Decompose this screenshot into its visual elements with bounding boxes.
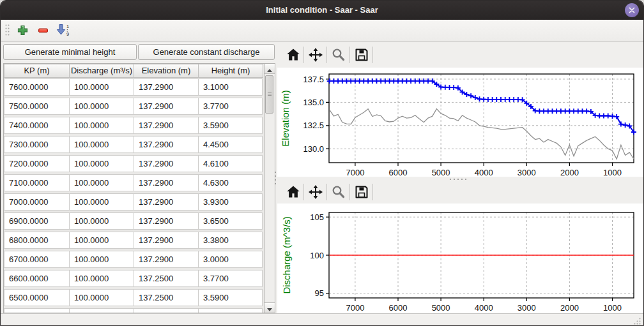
table-cell[interactable] bbox=[198, 308, 263, 313]
zoom-button[interactable] bbox=[330, 47, 347, 64]
resize-grip[interactable] bbox=[634, 318, 641, 325]
home-button[interactable] bbox=[285, 184, 302, 201]
table-cell[interactable]: 7100.0000 bbox=[4, 174, 70, 191]
table-cell[interactable]: 6900.0000 bbox=[4, 212, 70, 230]
table-cell[interactable]: 7200.0000 bbox=[4, 155, 70, 172]
column-header-elevation[interactable]: Elevation (m) bbox=[134, 64, 199, 78]
scroll-up-button[interactable] bbox=[264, 64, 275, 74]
table-row[interactable]: 6700.0000100.0000137.29003.0000 bbox=[4, 250, 264, 269]
table-cell[interactable]: 3.6500 bbox=[198, 212, 263, 230]
save-button[interactable] bbox=[353, 184, 370, 201]
table-cell[interactable]: 7600.0000 bbox=[4, 78, 70, 96]
table-row[interactable]: 6800.0000100.0000137.29003.3800 bbox=[4, 231, 264, 250]
table-cell[interactable]: 100.0000 bbox=[69, 155, 134, 172]
y-tick-label: 105 bbox=[310, 212, 324, 222]
table-row[interactable]: 7200.0000100.0000137.29004.6100 bbox=[4, 154, 264, 174]
table-cell[interactable]: 100.0000 bbox=[69, 136, 134, 153]
table-cell[interactable]: 3.5900 bbox=[198, 289, 263, 306]
table-row[interactable]: 6900.0000100.0000137.29003.6500 bbox=[4, 212, 264, 231]
table-cell[interactable]: 4.6300 bbox=[198, 174, 263, 191]
table-cell[interactable]: 137.2900 bbox=[134, 155, 199, 172]
table-row[interactable]: 7300.0000100.0000137.29004.4500 bbox=[4, 135, 264, 154]
table-cell[interactable]: 3.0000 bbox=[198, 251, 263, 268]
x-tick-label: 1000 bbox=[603, 168, 622, 177]
table-cell[interactable]: 100.0000 bbox=[69, 289, 134, 306]
table-cell[interactable]: 3.3800 bbox=[198, 232, 263, 249]
table-cell[interactable]: 137.2900 bbox=[134, 232, 199, 249]
column-header-discharge[interactable]: Discharge (m³/s) bbox=[69, 64, 134, 78]
table-row[interactable]: 7000.0000100.0000137.29003.9300 bbox=[4, 193, 264, 212]
table-cell[interactable] bbox=[4, 308, 70, 313]
table-cell[interactable]: 100.0000 bbox=[69, 232, 134, 249]
table-cell[interactable]: 3.9300 bbox=[198, 193, 263, 211]
table-cell[interactable]: 137.2900 bbox=[134, 251, 199, 268]
table-row[interactable]: 6600.0000100.0000137.25003.7700 bbox=[4, 269, 264, 288]
toolbar-drag-handle[interactable] bbox=[4, 24, 10, 37]
column-header-kp[interactable]: KP (m) bbox=[4, 64, 70, 78]
table-row[interactable]: 7600.0000100.0000137.29003.1000 bbox=[4, 78, 264, 97]
toolbar-separator bbox=[303, 47, 304, 63]
table-cell[interactable]: 7500.0000 bbox=[4, 98, 70, 115]
column-header-height[interactable]: Height (m) bbox=[198, 64, 263, 78]
table-cell[interactable]: 137.2900 bbox=[134, 78, 199, 96]
table-cell[interactable]: 137.2900 bbox=[134, 174, 199, 191]
table-cell[interactable]: 137.2900 bbox=[134, 98, 199, 115]
table-cell[interactable]: 6600.0000 bbox=[4, 270, 70, 287]
y-tick-label: 135.0 bbox=[303, 98, 324, 107]
table-row[interactable]: 6500.0000100.0000137.25003.5900 bbox=[4, 288, 264, 307]
elevation-plot-canvas[interactable]: 7000600050004000300020001000137.5135.013… bbox=[277, 68, 644, 177]
table-cell[interactable]: 6700.0000 bbox=[4, 251, 70, 268]
generate-minimal-height-button[interactable]: Generate minimal height bbox=[3, 44, 137, 60]
table-cell[interactable]: 100.0000 bbox=[69, 193, 134, 211]
table-cell[interactable]: 137.2500 bbox=[134, 289, 199, 306]
table-cell[interactable]: 100.0000 bbox=[69, 270, 134, 287]
main-toolbar: 1 9 bbox=[1, 20, 644, 41]
scrollbar-thumb[interactable] bbox=[265, 75, 273, 114]
pan-button[interactable] bbox=[307, 184, 324, 201]
table-cell[interactable]: 100.0000 bbox=[69, 98, 134, 115]
save-button[interactable] bbox=[353, 47, 370, 64]
table-cell[interactable]: 7400.0000 bbox=[4, 117, 70, 134]
table-cell[interactable]: 3.5900 bbox=[198, 117, 263, 134]
table-cell[interactable]: 6500.0000 bbox=[4, 289, 70, 306]
table-cell[interactable]: 4.4500 bbox=[198, 136, 263, 153]
table-row[interactable] bbox=[4, 307, 264, 313]
table-cell[interactable]: 100.0000 bbox=[69, 78, 134, 96]
pan-button[interactable] bbox=[307, 47, 324, 64]
minus-icon bbox=[37, 24, 49, 36]
table-cell[interactable]: 137.2900 bbox=[134, 117, 199, 134]
table-cell[interactable]: 7000.0000 bbox=[4, 193, 70, 211]
close-button[interactable] bbox=[625, 3, 639, 17]
remove-row-button[interactable] bbox=[34, 22, 51, 38]
table-cell[interactable]: 100.0000 bbox=[69, 212, 134, 230]
table-cell[interactable]: 4.6100 bbox=[198, 155, 263, 172]
table-row[interactable]: 7500.0000100.0000137.29003.7700 bbox=[4, 97, 264, 116]
table-row[interactable]: 7100.0000100.0000137.29004.6300 bbox=[4, 174, 264, 193]
sort-top-label: 1 bbox=[66, 24, 69, 29]
sort-rows-button[interactable]: 1 9 bbox=[54, 22, 73, 38]
table-cell[interactable]: 100.0000 bbox=[69, 251, 134, 268]
table-cell[interactable] bbox=[69, 308, 134, 313]
table-cell[interactable]: 3.7700 bbox=[198, 270, 263, 287]
table-cell[interactable] bbox=[134, 308, 199, 313]
table-cell[interactable]: 137.2900 bbox=[134, 212, 199, 230]
table-cell[interactable]: 3.7700 bbox=[198, 98, 263, 115]
table-cell[interactable]: 3.1000 bbox=[198, 78, 263, 96]
home-button[interactable] bbox=[285, 47, 302, 64]
generate-constant-discharge-button[interactable]: Generate constant discharge bbox=[138, 44, 275, 60]
table-cell[interactable]: 7300.0000 bbox=[4, 136, 70, 153]
table-cell[interactable]: 100.0000 bbox=[69, 117, 134, 134]
table-cell[interactable]: 137.2900 bbox=[134, 136, 199, 153]
table-cell[interactable]: 6800.0000 bbox=[4, 232, 70, 249]
titlebar[interactable]: Initial condition - Saar - Saar bbox=[1, 1, 643, 20]
table-scrollbar[interactable] bbox=[264, 64, 275, 313]
horizontal-splitter-handle[interactable] bbox=[448, 177, 468, 181]
zoom-button[interactable] bbox=[330, 184, 347, 201]
add-row-button[interactable] bbox=[14, 22, 31, 38]
scroll-down-button[interactable] bbox=[264, 302, 275, 313]
table-cell[interactable]: 137.2900 bbox=[134, 193, 199, 211]
discharge-plot-canvas[interactable]: 700060005000400030002000100010510095Disc… bbox=[277, 204, 644, 313]
table-cell[interactable]: 100.0000 bbox=[69, 174, 134, 191]
table-cell[interactable]: 137.2500 bbox=[134, 270, 199, 287]
table-row[interactable]: 7400.0000100.0000137.29003.5900 bbox=[4, 116, 264, 135]
